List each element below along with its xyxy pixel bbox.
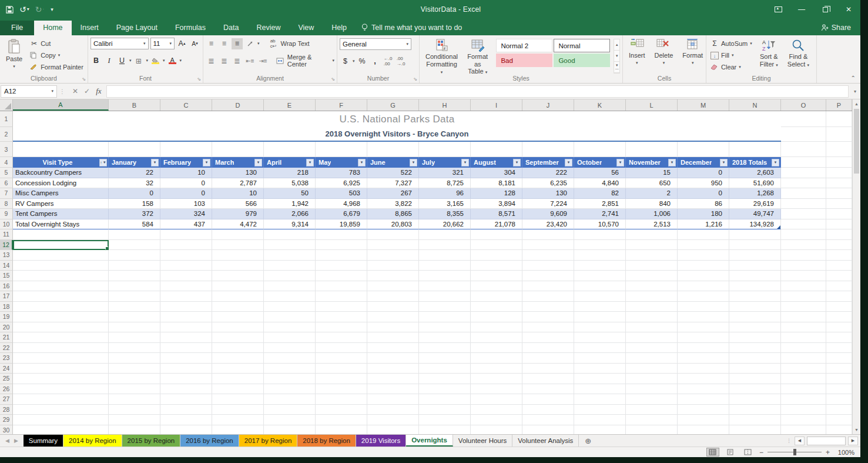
cell-N22[interactable] bbox=[729, 343, 781, 354]
table-header-J4[interactable]: September▼ bbox=[522, 157, 574, 168]
cell-M26[interactable] bbox=[678, 384, 729, 395]
cell-P30[interactable] bbox=[826, 425, 852, 435]
table-cell-M5[interactable]: 0 bbox=[678, 168, 729, 178]
cell-A20[interactable] bbox=[13, 322, 109, 333]
cell-N19[interactable] bbox=[729, 312, 781, 322]
cell-E15[interactable] bbox=[264, 271, 316, 281]
table-header-A4[interactable]: Visit Type↑▼ bbox=[13, 157, 109, 168]
row-header-5[interactable]: 5 bbox=[0, 168, 13, 178]
cell-H3[interactable] bbox=[419, 142, 471, 157]
percent-format-icon[interactable]: % bbox=[357, 56, 368, 67]
cell-B15[interactable] bbox=[109, 271, 160, 281]
cell-O5[interactable] bbox=[781, 168, 826, 178]
cell-A28[interactable] bbox=[13, 405, 109, 415]
cell-B29[interactable] bbox=[109, 415, 160, 425]
cell-O24[interactable] bbox=[781, 364, 826, 374]
table-cell-F8[interactable]: 4,968 bbox=[316, 199, 367, 209]
table-cell-F7[interactable]: 503 bbox=[316, 188, 367, 199]
cell-D15[interactable] bbox=[212, 271, 264, 281]
cell-I22[interactable] bbox=[471, 343, 522, 354]
cell-I27[interactable] bbox=[471, 394, 522, 405]
zoom-slider[interactable] bbox=[768, 452, 822, 452]
cell-D28[interactable] bbox=[212, 405, 264, 415]
fill-color-dropdown-icon[interactable]: ▾ bbox=[163, 58, 165, 63]
cell-H15[interactable] bbox=[419, 271, 471, 281]
underline-button[interactable]: U bbox=[116, 55, 128, 66]
cell-L23[interactable] bbox=[626, 353, 678, 364]
cell-O17[interactable] bbox=[781, 291, 826, 302]
tab-file[interactable]: File bbox=[0, 21, 34, 35]
cell-M28[interactable] bbox=[678, 405, 729, 415]
cell-P10[interactable] bbox=[826, 219, 852, 230]
tab-home[interactable]: Home bbox=[34, 21, 71, 35]
cell-B3[interactable] bbox=[109, 142, 160, 157]
cell-O1[interactable] bbox=[781, 111, 826, 127]
table-cell-I9[interactable]: 8,571 bbox=[471, 209, 522, 219]
cell-I11[interactable] bbox=[471, 229, 522, 240]
filter-dropdown-icon[interactable]: ▼ bbox=[565, 159, 572, 166]
cell-N24[interactable] bbox=[729, 364, 781, 374]
table-cell-B6[interactable]: 32 bbox=[109, 178, 160, 189]
cell-H22[interactable] bbox=[419, 343, 471, 354]
font-size-select[interactable]: 11▾ bbox=[150, 38, 175, 49]
horizontal-scrollbar[interactable]: ⋮ ◀ ▶ bbox=[786, 435, 860, 447]
cell-M27[interactable] bbox=[678, 394, 729, 405]
format-as-table-button[interactable]: Format asTable ▾ bbox=[464, 37, 491, 74]
cell-N27[interactable] bbox=[729, 394, 781, 405]
row-header-19[interactable]: 19 bbox=[0, 312, 13, 322]
cell-F21[interactable] bbox=[316, 332, 367, 343]
cell-B18[interactable] bbox=[109, 302, 160, 312]
table-cell-B5[interactable]: 22 bbox=[109, 168, 160, 178]
format-cells-button[interactable]: Format ▾ bbox=[679, 37, 706, 74]
cell-M15[interactable] bbox=[678, 271, 729, 281]
table-cell-E5[interactable]: 218 bbox=[264, 168, 316, 178]
filter-dropdown-icon[interactable]: ▼ bbox=[203, 159, 210, 166]
cell-N21[interactable] bbox=[729, 332, 781, 343]
font-color-icon[interactable]: A bbox=[167, 55, 178, 66]
cell-B22[interactable] bbox=[109, 343, 160, 354]
cell-L20[interactable] bbox=[626, 322, 678, 333]
row-header-17[interactable]: 17 bbox=[0, 291, 13, 302]
table-cell-N8[interactable]: 29,619 bbox=[729, 199, 781, 209]
table-cell-N6[interactable]: 51,690 bbox=[729, 178, 781, 189]
column-header-I[interactable]: I bbox=[471, 99, 522, 111]
cell-J15[interactable] bbox=[522, 271, 574, 281]
cell-M11[interactable] bbox=[678, 229, 729, 240]
cell-O4[interactable] bbox=[781, 157, 826, 168]
sheet-subtitle-cell[interactable]: 2018 Overnight Visitors - Bryce Canyon bbox=[13, 127, 781, 142]
cell-P8[interactable] bbox=[826, 199, 852, 209]
tab-split-handle[interactable]: ⋮ bbox=[786, 438, 792, 444]
cell-K21[interactable] bbox=[574, 332, 626, 343]
cell-J28[interactable] bbox=[522, 405, 574, 415]
wrap-text-icon[interactable]: abc↩ bbox=[268, 38, 279, 49]
cell-F3[interactable] bbox=[316, 142, 367, 157]
table-cell-H5[interactable]: 321 bbox=[419, 168, 471, 178]
tab-view[interactable]: View bbox=[289, 21, 323, 35]
table-cell-D9[interactable]: 979 bbox=[212, 209, 264, 219]
table-cell-F5[interactable]: 783 bbox=[316, 168, 367, 178]
cell-P9[interactable] bbox=[826, 209, 852, 219]
cell-K13[interactable] bbox=[574, 250, 626, 261]
cell-B14[interactable] bbox=[109, 261, 160, 271]
style-chip-normal[interactable]: Normal bbox=[554, 39, 610, 52]
cell-D26[interactable] bbox=[212, 384, 264, 395]
cell-G17[interactable] bbox=[367, 291, 419, 302]
cell-A25[interactable] bbox=[13, 374, 109, 384]
table-cell-N5[interactable]: 2,603 bbox=[729, 168, 781, 178]
column-header-D[interactable]: D bbox=[212, 99, 264, 111]
row-header-27[interactable]: 27 bbox=[0, 394, 13, 405]
cell-F20[interactable] bbox=[316, 322, 367, 333]
cell-G29[interactable] bbox=[367, 415, 419, 425]
table-header-I4[interactable]: August▼ bbox=[471, 157, 522, 168]
cell-C28[interactable] bbox=[160, 405, 212, 415]
cell-O25[interactable] bbox=[781, 374, 826, 384]
align-right-icon[interactable]: ≣ bbox=[232, 55, 243, 66]
cell-O30[interactable] bbox=[781, 425, 826, 435]
copy-button[interactable]: Copy▾ bbox=[28, 50, 85, 61]
cell-E30[interactable] bbox=[264, 425, 316, 435]
cell-A11[interactable] bbox=[13, 229, 109, 240]
cell-C23[interactable] bbox=[160, 353, 212, 364]
cell-J30[interactable] bbox=[522, 425, 574, 435]
cell-H12[interactable] bbox=[419, 240, 471, 251]
horizontal-scroll-thumb[interactable] bbox=[807, 437, 846, 445]
